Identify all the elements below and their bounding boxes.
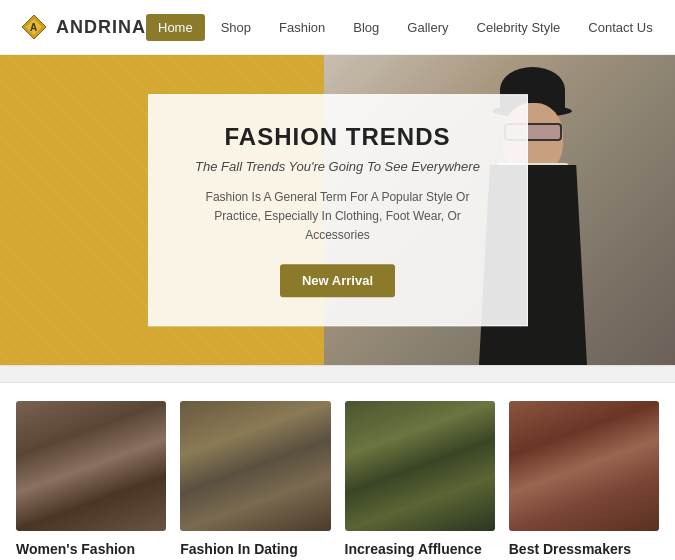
header: A ANDRINA Home Shop Fashion Blog Gallery…: [0, 0, 675, 55]
card-best-dressmakers[interactable]: Best Dressmakers Although tailors and dr…: [509, 401, 659, 560]
nav-blog[interactable]: Blog: [341, 14, 391, 41]
logo[interactable]: A ANDRINA: [20, 13, 146, 41]
nav-celebrity-style[interactable]: Celebrity Style: [465, 14, 573, 41]
card-image-1: [16, 401, 166, 531]
hero-section: FASHION TRENDS The Fall Trends You're Go…: [0, 55, 675, 365]
svg-text:A: A: [30, 22, 37, 33]
hero-content-box: FASHION TRENDS The Fall Trends You're Go…: [148, 94, 528, 326]
nav-shop[interactable]: Shop: [209, 14, 263, 41]
nav-contact[interactable]: Contact Us: [576, 14, 664, 41]
card-title-2: Fashion In Dating: [180, 541, 330, 557]
card-image-3: [345, 401, 495, 531]
nav-gallery[interactable]: Gallery: [395, 14, 460, 41]
nav-fashion[interactable]: Fashion: [267, 14, 337, 41]
card-fashion-dating[interactable]: Fashion In Dating Art historians are the…: [180, 401, 330, 560]
cards-section: Women's Fashion The pace of change accel…: [0, 383, 675, 560]
card-image-4: [509, 401, 659, 531]
card-title-3: Increasing Affluence: [345, 541, 495, 557]
card-increasing-affluence[interactable]: Increasing Affluence Mostly originating …: [345, 401, 495, 560]
card-title-1: Women's Fashion: [16, 541, 166, 557]
hero-description: Fashion Is A General Term For A Popular …: [189, 188, 487, 246]
hero-subtitle: The Fall Trends You're Going To See Ever…: [189, 159, 487, 174]
card-womens-fashion[interactable]: Women's Fashion The pace of change accel…: [16, 401, 166, 560]
main-nav: Home Shop Fashion Blog Gallery Celebrity…: [146, 14, 665, 41]
logo-icon: A: [20, 13, 48, 41]
card-title-4: Best Dressmakers: [509, 541, 659, 557]
card-image-2: [180, 401, 330, 531]
section-divider: [0, 365, 675, 383]
new-arrival-button[interactable]: New Arrival: [280, 264, 395, 297]
hero-title: FASHION TRENDS: [189, 123, 487, 151]
logo-text: ANDRINA: [56, 17, 146, 38]
cards-grid: Women's Fashion The pace of change accel…: [16, 401, 659, 560]
nav-home[interactable]: Home: [146, 14, 205, 41]
